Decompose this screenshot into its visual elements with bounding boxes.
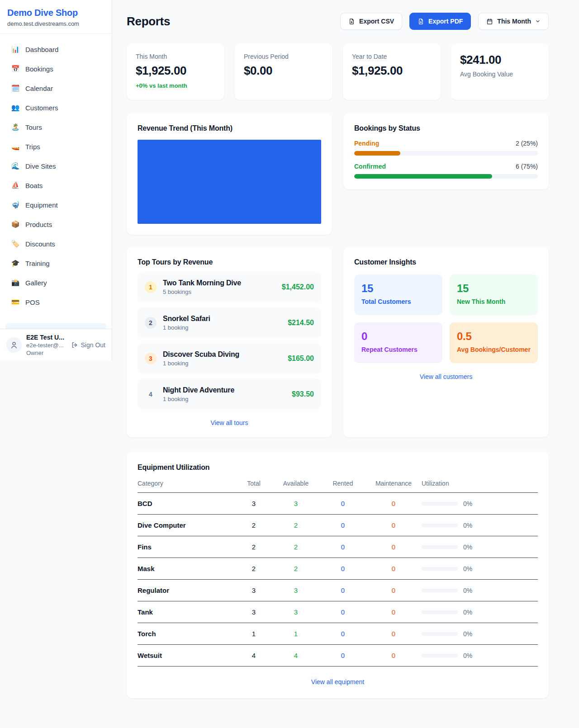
equipment-rented: 0 — [320, 521, 365, 529]
wave-icon: 🌊 — [11, 162, 20, 170]
sidebar-item-bookings[interactable]: 📅 Bookings — [5, 61, 106, 77]
sidebar-item-customers[interactable]: 👥 Customers — [5, 99, 106, 116]
equipment-utilization-cell: 0% — [422, 652, 538, 659]
person-icon — [10, 341, 18, 349]
utilization-percent: 0% — [463, 522, 472, 529]
package-icon: 📦 — [11, 220, 20, 228]
sidebar-item-label: Products — [25, 221, 52, 228]
equipment-available: 2 — [271, 543, 320, 551]
stat-value: $1,925.00 — [352, 64, 432, 78]
sidebar-item-label: Training — [25, 260, 50, 267]
user-name: E2E Test U... — [26, 334, 66, 341]
equipment-rented: 0 — [320, 500, 365, 507]
top-tours-title: Top Tours by Revenue — [138, 258, 321, 266]
insight-label: Avg Bookings/Customer — [457, 346, 531, 353]
sign-out-button[interactable]: Sign Out — [71, 341, 105, 349]
sidebar-item-trips[interactable]: 🚤 Trips — [5, 138, 106, 155]
user-info: E2E Test U... e2e-tester@... Owner — [26, 334, 66, 356]
utilization-percent: 0% — [463, 500, 472, 507]
stat-cards: This Month $1,925.00 +0% vs last month P… — [127, 43, 549, 100]
main-content: Reports Export CSV Export PDF This Month — [112, 0, 579, 725]
sidebar-item-label: Dive Sites — [25, 162, 56, 170]
sidebar-item-label: Tours — [25, 123, 42, 131]
utilization-percent: 0% — [463, 609, 472, 616]
sidebar-item-training[interactable]: 🎓 Training — [5, 255, 106, 271]
utilization-bar-track — [422, 610, 458, 614]
sidebar-item-dive-sites[interactable]: 🌊 Dive Sites — [5, 158, 106, 174]
stat-value: $1,925.00 — [136, 64, 215, 78]
equipment-available: 1 — [271, 630, 320, 638]
status-bar-track — [354, 174, 538, 179]
equipment-utilization-cell: 0% — [422, 587, 538, 594]
table-row: Mask 2 2 0 0 0% — [138, 558, 538, 580]
header-actions: Export CSV Export PDF This Month — [340, 13, 549, 30]
sidebar: Demo Dive Shop demo.test.divestreams.com… — [0, 0, 112, 361]
user-role: Owner — [26, 350, 66, 356]
logout-icon — [71, 341, 78, 349]
equipment-rented: 0 — [320, 543, 365, 551]
stat-card-this-month: This Month $1,925.00 +0% vs last month — [127, 43, 224, 100]
status-bar-track — [354, 151, 538, 156]
sidebar-item-tours[interactable]: 🏝️ Tours — [5, 119, 106, 135]
table-row: Wetsuit 4 4 0 0 0% — [138, 645, 538, 667]
user-panel: E2E Test U... e2e-tester@... Owner Sign … — [0, 329, 112, 361]
equipment-utilization-cell: 0% — [422, 609, 538, 616]
sidebar-item-label: Boats — [25, 182, 43, 189]
chevron-down-icon — [535, 19, 541, 24]
stat-value: $0.00 — [244, 64, 323, 78]
sidebar-item-discounts[interactable]: 🏷️ Discounts — [5, 236, 106, 252]
equipment-utilization-cell: 0% — [422, 544, 538, 551]
status-value-pending: 2 (25%) — [516, 140, 538, 147]
tour-bookings: 1 booking — [163, 324, 281, 331]
tour-bookings: 1 booking — [163, 396, 285, 402]
view-all-equipment-link[interactable]: View all equipment — [138, 678, 538, 685]
stat-delta: +0% vs last month — [136, 82, 215, 89]
sidebar-item-pos[interactable]: 💳 POS — [5, 294, 106, 310]
insight-tile-new-this-month: 15 New This Month — [450, 274, 538, 315]
sidebar-item-products[interactable]: 📦 Products — [5, 216, 106, 232]
utilization-bar-track — [422, 567, 458, 571]
equipment-maintenance: 0 — [365, 608, 422, 616]
period-dropdown[interactable]: This Month — [478, 13, 549, 30]
stat-label: This Month — [136, 53, 215, 60]
insight-value: 0 — [361, 330, 435, 343]
customer-insights-card: Customer Insights 15 Total Customers 15 … — [343, 247, 549, 437]
dashboard-icon: 📊 — [11, 45, 20, 53]
sidebar-item-boats[interactable]: ⛵ Boats — [5, 177, 106, 194]
view-all-tours-link[interactable]: View all tours — [138, 419, 321, 426]
sidebar-item-label: Calendar — [25, 85, 53, 92]
sidebar-item-calendar[interactable]: 🗓️ Calendar — [5, 80, 106, 96]
view-all-customers-link[interactable]: View all customers — [354, 373, 538, 380]
export-csv-label: Export CSV — [359, 18, 394, 25]
sidebar-item-equipment[interactable]: 🤿 Equipment — [5, 197, 106, 213]
file-download-icon — [418, 18, 424, 25]
equipment-maintenance: 0 — [365, 652, 422, 659]
page-header: Reports Export CSV Export PDF This Month — [127, 13, 549, 30]
stat-value: $241.00 — [460, 53, 540, 67]
sidebar-item-dashboard[interactable]: 📊 Dashboard — [5, 41, 106, 57]
file-download-icon — [348, 18, 355, 25]
insight-tile-total-customers: 15 Total Customers — [354, 274, 442, 315]
equipment-total: 2 — [236, 543, 271, 551]
equipment-utilization-title: Equipment Utilization — [138, 463, 538, 472]
equipment-maintenance: 0 — [365, 630, 422, 638]
equipment-category: Torch — [138, 630, 236, 638]
tour-row: 1 Two Tank Morning Dive 5 bookings $1,45… — [138, 272, 321, 302]
export-pdf-button[interactable]: Export PDF — [409, 13, 471, 30]
export-csv-button[interactable]: Export CSV — [340, 13, 402, 30]
equipment-total: 2 — [236, 565, 271, 572]
equipment-total: 3 — [236, 586, 271, 594]
tour-row: 2 Snorkel Safari 1 booking $214.50 — [138, 307, 321, 338]
equipment-utilization-cell: 0% — [422, 565, 538, 572]
equipment-available: 3 — [271, 500, 320, 507]
tour-row: 4 Night Dive Adventure 1 booking $93.50 — [138, 379, 321, 409]
user-email: e2e-tester@... — [26, 342, 66, 349]
tour-name: Two Tank Morning Dive — [163, 279, 275, 287]
column-header-available: Available — [271, 480, 320, 487]
sidebar-item-gallery[interactable]: 📸 Gallery — [5, 274, 106, 291]
app-shell: Demo Dive Shop demo.test.divestreams.com… — [0, 0, 579, 725]
sidebar-item-reports-partial[interactable] — [5, 323, 106, 329]
equipment-maintenance: 0 — [365, 565, 422, 572]
tour-name: Night Dive Adventure — [163, 386, 285, 394]
stat-label: Year to Date — [352, 53, 432, 60]
